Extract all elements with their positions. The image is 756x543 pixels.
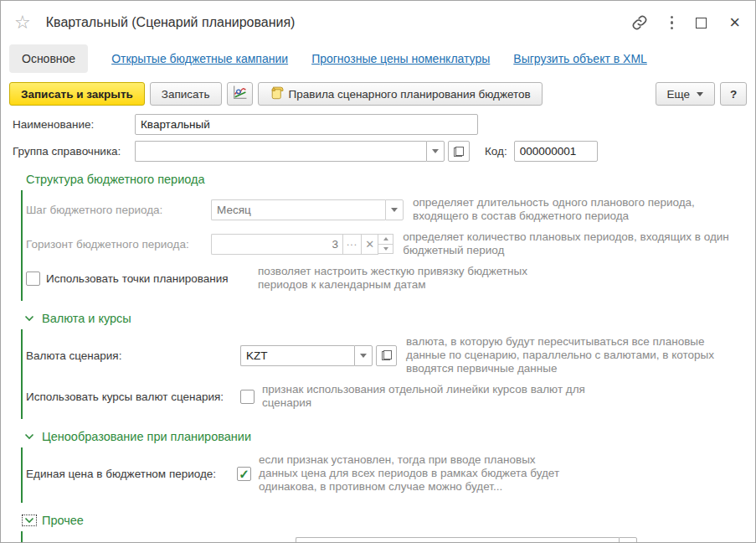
more-button-label: Еще — [667, 88, 690, 101]
link-icon[interactable] — [631, 14, 648, 31]
budget-step-dropdown-arrow-icon[interactable] — [385, 199, 404, 220]
planning-points-hint: позволяет настроить жесткую привязку бюд… — [258, 265, 569, 292]
tab-main[interactable]: Основное — [9, 44, 88, 73]
horizon-spinner — [378, 234, 393, 254]
chart-icon — [232, 85, 248, 103]
scenario-currency-combo — [240, 345, 373, 366]
budget-scenario-rules-button[interactable]: Правила сценарного планирования бюджетов — [258, 82, 543, 106]
section-pricing-header: Ценообразование при планировании — [24, 430, 743, 443]
window-controls: × — [631, 13, 740, 32]
section-pricing-body: Единая цена в бюджетном периоде: ✓ если … — [21, 447, 743, 503]
section-other-collapse-chevron-icon[interactable] — [24, 517, 34, 524]
tab-export-xml[interactable]: Выгрузить объект в XML — [513, 52, 647, 65]
tab-bar: Основное Открытые бюджетные кампании Про… — [1, 44, 755, 78]
budget-step-label: Шаг бюджетного периода: — [26, 204, 211, 216]
group-combo — [135, 141, 445, 162]
scenario-currency-input[interactable] — [240, 345, 354, 366]
open-list-icon — [382, 350, 392, 360]
titlebar: ☆ Квартальный (Сценарий планирования) × — [1, 1, 755, 44]
budget-step-hint: определяет длительность одного планового… — [413, 196, 743, 223]
section-currency-body: Валюта сценария: валюта, в которую будут… — [21, 329, 743, 419]
planning-detail-row: Детализация планирования по номенклатуре… — [26, 537, 743, 543]
kebab-menu-icon[interactable] — [671, 16, 674, 30]
section-pricing-collapse-chevron-icon[interactable] — [24, 433, 34, 440]
planning-points-label: Использовать точки планирования — [46, 272, 250, 285]
toolbar: Записать и закрыть Записать Правил — [1, 78, 755, 111]
planning-detail-dropdown-arrow-icon[interactable] — [619, 537, 637, 543]
help-button[interactable]: ? — [720, 82, 747, 106]
scenario-currency-open-list-button[interactable] — [376, 345, 397, 366]
section-budget-structure-header: Структура бюджетного периода — [26, 173, 743, 186]
window-title: Квартальный (Сценарий планирования) — [46, 15, 296, 30]
code-input[interactable] — [514, 141, 598, 162]
save-and-close-button[interactable]: Записать и закрыть — [9, 82, 145, 106]
code-label: Код: — [485, 145, 507, 158]
scenario-currency-row: Валюта сценария: валюта, в которую будут… — [26, 335, 743, 375]
planning-points-row: Использовать точки планирования позволяе… — [26, 265, 743, 292]
use-currency-rates-row: Использовать курсы валют сценария: призн… — [26, 383, 743, 410]
budget-horizon-label: Горизонт бюджетного периода: — [26, 238, 211, 251]
section-pricing-title: Ценообразование при планировании — [42, 430, 251, 443]
spinner-down-icon[interactable] — [378, 244, 393, 255]
chart-button[interactable] — [227, 82, 253, 106]
use-currency-rates-label: Использовать курсы валют сценария: — [26, 390, 240, 403]
planning-detail-input[interactable] — [296, 537, 619, 543]
open-list-icon — [454, 147, 464, 157]
section-budget-structure-title: Структура бюджетного периода — [26, 173, 205, 186]
chevron-down-icon — [697, 92, 703, 96]
section-budget-structure-body: Шаг бюджетного периода: определяет длите… — [21, 190, 743, 301]
budget-step-row: Шаг бюджетного периода: определяет длите… — [26, 196, 743, 223]
use-currency-rates-hint: признак использования отдельной линейки … — [262, 383, 597, 410]
tab-open-budget-campaigns[interactable]: Открытые бюджетные кампании — [111, 52, 288, 65]
budget-horizon-row: Горизонт бюджетного периода: ... ✕ опред… — [26, 230, 743, 257]
section-other-body: Детализация планирования по номенклатуре… — [21, 531, 743, 543]
horizon-ellipsis-button[interactable]: ... — [342, 234, 362, 255]
more-button[interactable]: Еще — [656, 82, 715, 106]
scenario-currency-label: Валюта сценария: — [26, 349, 240, 362]
use-currency-rates-checkbox[interactable] — [240, 390, 255, 404]
single-price-hint: если признак установлен, тогда при вводе… — [259, 453, 570, 494]
name-input[interactable] — [135, 114, 478, 135]
section-currency-collapse-chevron-icon[interactable] — [24, 315, 34, 322]
horizon-clear-button[interactable]: ✕ — [361, 234, 378, 255]
section-other-header: Прочее — [24, 514, 743, 527]
tab-forecast-prices[interactable]: Прогнозные цены номенклатуры — [311, 52, 490, 65]
single-price-checkbox[interactable]: ✓ — [237, 467, 251, 481]
scenario-currency-dropdown-arrow-icon[interactable] — [354, 345, 373, 366]
group-dropdown-arrow-icon[interactable] — [426, 141, 445, 162]
close-icon[interactable]: × — [729, 13, 740, 32]
single-price-row: Единая цена в бюджетном периоде: ✓ если … — [26, 453, 743, 494]
planning-detail-combo — [296, 537, 637, 543]
budget-horizon-hint: определяет количество плановых периодов,… — [403, 230, 743, 257]
favorite-star-icon[interactable]: ☆ — [14, 13, 31, 32]
scenario-planning-window: ☆ Квартальный (Сценарий планирования) × … — [0, 0, 756, 543]
group-open-list-button[interactable] — [448, 141, 470, 162]
section-currency-title: Валюта и курсы — [42, 312, 131, 325]
group-label: Группа справочника: — [13, 145, 135, 158]
section-other-title: Прочее — [42, 514, 84, 527]
single-price-label: Единая цена в бюджетном периоде: — [26, 468, 237, 480]
rules-button-label: Правила сценарного планирования бюджетов — [289, 88, 531, 101]
group-input[interactable] — [135, 141, 426, 162]
form: Наименование: Группа справочника: Код: С… — [1, 111, 755, 543]
planning-points-checkbox[interactable] — [26, 272, 40, 286]
budget-step-input[interactable] — [211, 199, 385, 220]
budget-step-combo — [211, 199, 404, 220]
name-label: Наименование: — [13, 118, 135, 131]
name-row: Наименование: — [13, 114, 743, 135]
scroll-icon — [270, 85, 284, 102]
section-currency-header: Валюта и курсы — [24, 312, 743, 325]
maximize-icon[interactable] — [696, 18, 707, 28]
budget-horizon-input[interactable] — [211, 234, 343, 255]
group-row: Группа справочника: Код: — [13, 141, 743, 162]
save-button[interactable]: Записать — [150, 82, 222, 106]
scenario-currency-hint: валюта, в которую будут пересчитываться … — [406, 335, 743, 375]
